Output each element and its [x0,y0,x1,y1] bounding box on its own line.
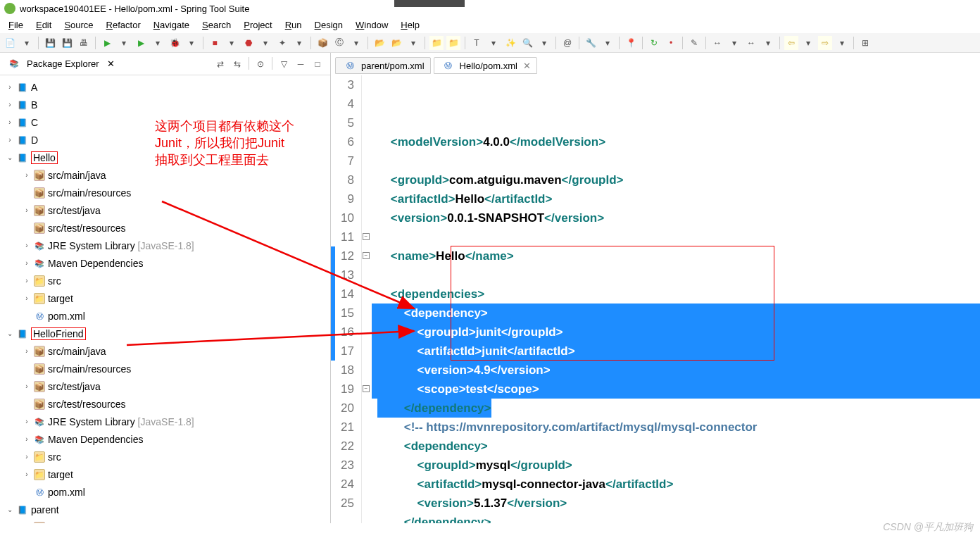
menu-search[interactable]: Search [196,18,237,32]
debug-icon[interactable]: 🐞 [168,36,182,50]
menu-project[interactable]: Project [238,18,277,32]
stop-icon[interactable]: ■ [208,36,222,50]
minimize-icon[interactable]: ─ [294,57,308,71]
code-line[interactable]: <groupId>mysql</groupId> [372,456,980,475]
focus-icon[interactable]: ⊙ [253,57,268,71]
code-line[interactable]: <artifactId>Hello</artifactId> [372,189,980,208]
ext-icon[interactable]: ✦ [275,36,289,50]
menu-help[interactable]: Help [395,18,425,32]
dropdown-icon[interactable]: ▾ [20,36,34,50]
expand-icon[interactable]: ⌄ [6,325,14,342]
dropdown-icon[interactable]: ▾ [117,36,131,50]
expand-icon[interactable]: › [6,96,14,113]
tree-item[interactable]: 📦src/main/resources [0,360,330,377]
pin-icon[interactable]: 📍 [624,36,638,50]
code-line[interactable]: <artifactId>junit</artifactId> [372,342,980,361]
expand-icon[interactable]: › [23,449,31,465]
expand-icon[interactable]: › [6,79,14,96]
code-line[interactable]: <dependency> [372,437,980,456]
tree-item[interactable]: ⌄📦src [0,518,330,523]
run-config-icon[interactable]: ▶ [134,36,148,50]
text-icon[interactable]: T [470,36,484,50]
open-task-icon[interactable]: 📂 [389,36,403,50]
code-line[interactable]: </dependency> [372,399,980,418]
tree-item[interactable]: ›📁src [0,272,330,289]
editor-tab[interactable]: ⓂHello/pom.xml✕ [434,57,537,74]
tree-item[interactable]: ›📚JRE System Library [JavaSE-1.8] [0,237,330,254]
dropdown-icon[interactable]: ▾ [537,36,551,50]
code-line[interactable] [372,151,980,170]
dropdown-icon[interactable]: ▾ [486,36,501,50]
package-icon[interactable]: 📦 [315,36,329,50]
expand-icon[interactable]: › [23,290,31,307]
menu-window[interactable]: Window [350,18,394,32]
annotation-icon[interactable]: @ [560,36,574,50]
dropdown-icon[interactable]: ▾ [151,36,165,50]
code-line[interactable]: <version>0.0.1-SNAPSHOT</version> [372,208,980,227]
expand-icon[interactable]: › [23,466,31,483]
code-line[interactable]: <dependencies> [372,284,980,304]
perspective-icon[interactable]: ⊞ [858,36,872,50]
menu-file[interactable]: File [3,18,29,32]
search-icon[interactable]: 🔍 [520,36,534,50]
dropdown-icon[interactable]: ▾ [601,36,615,50]
marker-icon[interactable]: ✎ [687,36,701,50]
fold-bar[interactable]: −−− [362,75,372,523]
tree-item[interactable]: ⌄📘HelloFriend [0,325,330,342]
close-icon[interactable]: ✕ [523,61,531,71]
expand-icon[interactable]: › [23,343,31,360]
tree-item[interactable]: 📦src/test/resources [0,395,330,413]
code-line[interactable]: <dependency> [372,304,980,323]
project-tree[interactable]: 这两个项目都有依赖这个 Junit，所以我们把Junit 抽取到父工程里面去 ›… [0,75,330,523]
dropdown-icon[interactable]: ▾ [406,36,420,50]
view-menu-icon[interactable]: ▽ [277,57,291,71]
menu-refactor[interactable]: Refactor [101,18,146,32]
print-icon[interactable]: 🖶 [77,36,91,50]
tree-item[interactable]: ›📁src [0,448,330,465]
tree-item[interactable]: 📦src/main/resources [0,184,330,201]
refresh-icon[interactable]: ↻ [647,36,661,50]
tree-item[interactable]: 📦src/test/resources [0,219,330,237]
expand-icon[interactable]: ⌄ [6,501,14,518]
code-line[interactable]: <groupId>junit</groupId> [372,323,980,342]
fold-icon[interactable]: − [363,233,370,240]
collapse-all-icon[interactable]: ⇄ [213,57,227,71]
expand-icon[interactable]: › [23,378,31,395]
dropdown-icon[interactable]: ▾ [835,36,849,50]
tree-item[interactable]: ›📘B [0,96,330,113]
tree-item[interactable]: ›📦src/main/java [0,342,330,360]
code-line[interactable]: <scope>test</scope> [372,380,980,399]
forward-icon[interactable]: ⇨ [818,36,832,50]
dropdown-icon[interactable]: ▾ [761,36,775,50]
dropdown-icon[interactable]: ▾ [292,36,306,50]
code-line[interactable]: <groupId>com.atguigu.maven</groupId> [372,170,980,189]
tree-item[interactable]: ›📚JRE System Library [JavaSE-1.8] [0,413,330,430]
tree-item[interactable]: Ⓜpom.xml [0,307,330,325]
dropdown-icon[interactable]: ▾ [801,36,815,50]
expand-icon[interactable]: › [23,413,31,430]
close-view-icon[interactable]: ✕ [103,58,118,70]
tool-icon[interactable]: 🔧 [584,36,598,50]
editor-tab[interactable]: Ⓜparent/pom.xml [335,57,431,74]
tree-item[interactable]: ⌄📘parent [0,501,330,518]
dropdown-icon[interactable]: ▾ [727,36,741,50]
folder-icon[interactable]: 📁 [446,36,460,50]
expand-icon[interactable]: ⌄ [6,149,14,166]
dropdown-icon[interactable]: ▾ [258,36,272,50]
code-content[interactable]: <modelVersion>4.0.0</modelVersion> <grou… [372,75,980,523]
code-line[interactable] [372,265,980,284]
maximize-icon[interactable]: □ [310,57,325,71]
open-type-icon[interactable]: 📂 [372,36,387,50]
tree-item[interactable]: ›📚Maven Dependencies [0,254,330,272]
link-editor-icon[interactable]: ⇆ [230,57,244,71]
code-editor[interactable]: 345678910111213141516171819202122232425 … [331,75,980,523]
menu-run[interactable]: Run [279,18,308,32]
menu-navigate[interactable]: Navigate [148,18,195,32]
code-line[interactable]: <version>4.9</version> [372,361,980,380]
code-line[interactable] [372,227,980,246]
menu-source[interactable]: Source [58,18,99,32]
expand-icon[interactable]: › [23,167,31,184]
back-icon[interactable]: ⇦ [784,36,798,50]
expand-icon[interactable]: › [23,255,31,272]
expand-icon[interactable]: ⌄ [23,519,31,524]
